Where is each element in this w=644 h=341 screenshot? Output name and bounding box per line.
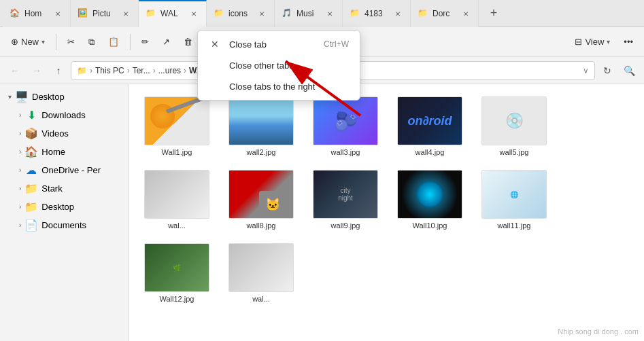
desktop2-folder-icon: 📁	[25, 200, 37, 213]
file-thumb-wall8: 🐱	[228, 170, 294, 219]
sidebar-label-videos: Videos	[41, 128, 69, 139]
sidebar-item-downloads[interactable]: › ⬇ Downloads	[3, 106, 126, 124]
file-item-wall13[interactable]: wal...	[220, 238, 302, 308]
tab-pictures-close[interactable]: ✕	[120, 8, 131, 19]
file-thumb-wall11: 🌐	[481, 170, 547, 219]
expand-arrow-onedrive: ›	[19, 166, 21, 174]
close-tab-icon: ✕	[209, 39, 221, 50]
add-tab-button[interactable]: +	[481, 0, 506, 26]
file-item-wall4[interactable]: on∂roid wall4.jpg	[389, 91, 471, 162]
file-name-wall10: Wall10.jpg	[413, 221, 447, 230]
sidebar-item-desktop[interactable]: ▾ 🖥️ Desktop	[3, 88, 126, 105]
expand-arrow-documents: ›	[19, 221, 21, 229]
file-item-wall5[interactable]: 💿 wall5.jpg	[473, 91, 555, 162]
share-icon: ↗	[163, 37, 170, 47]
delete-button[interactable]: 🗑	[178, 34, 198, 50]
file-name-wall6: wal...	[168, 221, 186, 230]
rename-button[interactable]: ✏	[136, 34, 154, 50]
file-item-wall6[interactable]: wal...	[136, 164, 218, 235]
close-tab-shortcut: Ctrl+W	[324, 39, 349, 49]
tab-home-close[interactable]: ✕	[52, 8, 63, 19]
sidebar-label-onedrive: OneDrive - Per	[41, 165, 101, 175]
file-item-wall8[interactable]: 🐱 wall8.jpg	[220, 164, 302, 235]
context-menu-item-close-right[interactable]: Close tabs to the right	[198, 76, 360, 97]
file-item-wall3[interactable]: 🫐 wall3.jpg	[305, 91, 386, 162]
tab-dorc-label: Dorc	[433, 9, 456, 18]
expand-arrow-desktop2: ›	[19, 203, 21, 211]
tab-4183[interactable]: 📁 4183 ✕	[343, 0, 411, 27]
file-thumb-wall4: on∂roid	[397, 96, 462, 145]
context-menu-item-close-other[interactable]: Close other tabs	[198, 55, 360, 76]
share-button[interactable]: ↗	[157, 34, 175, 50]
cut-button[interactable]: ✂	[62, 34, 80, 50]
search-button[interactable]: 🔍	[620, 61, 639, 80]
breadcrumb-dropdown-chevron[interactable]: ∨	[583, 66, 589, 75]
sidebar-item-desktop2[interactable]: › 📁 Desktop	[3, 198, 126, 215]
breadcrumb-ures: ...ures	[158, 66, 181, 75]
context-menu: ✕ Close tab Ctrl+W Close other tabs Clos…	[197, 30, 360, 101]
file-item-wall11[interactable]: 🌐 wall11.jpg	[473, 164, 555, 235]
tab-pictures[interactable]: 🖼️ Pictu ✕	[71, 0, 139, 27]
sidebar-item-videos[interactable]: › 📦 Videos	[3, 124, 126, 142]
toolbar-separator-2	[130, 34, 131, 50]
rename-icon: ✏	[141, 37, 149, 47]
sidebar-label-desktop2: Desktop	[41, 202, 74, 212]
breadcrumb-folder-icon: 📁	[77, 66, 87, 75]
sidebar-item-stark[interactable]: › 📁 Stark	[3, 179, 126, 197]
expand-arrow-home: ›	[19, 148, 21, 156]
close-tab-label: Close tab	[229, 39, 267, 50]
tab-wallpaper-close[interactable]: ✕	[188, 8, 199, 19]
tab-home-label: Hom	[24, 9, 48, 18]
refresh-button[interactable]: ↻	[598, 61, 617, 80]
expand-arrow-stark: ›	[19, 185, 21, 192]
tab-home-icon: 🏠	[10, 8, 20, 19]
tab-icons-close[interactable]: ✕	[256, 8, 267, 19]
expand-arrow-desktop: ▾	[8, 93, 12, 101]
file-item-wall9[interactable]: citynight wall9.jpg	[305, 164, 386, 235]
tab-4183-label: 4183	[365, 9, 388, 18]
tab-music[interactable]: 🎵 Musi ✕	[275, 0, 343, 27]
tab-home[interactable]: 🏠 Hom ✕	[3, 0, 71, 27]
sidebar-label-downloads: Downloads	[41, 110, 85, 120]
file-name-wall3: wall3.jpg	[331, 148, 360, 156]
tab-icons[interactable]: 📁 icons ✕	[207, 0, 275, 27]
tab-wallpaper[interactable]: 📁 WAL ✕	[139, 0, 207, 27]
sidebar-item-home[interactable]: › 🏠 Home	[3, 143, 126, 160]
view-button[interactable]: ⊟ View ▾	[569, 34, 615, 50]
tab-4183-close[interactable]: ✕	[392, 8, 403, 19]
sidebar-item-documents[interactable]: › 📄 Documents	[3, 216, 126, 234]
tab-dorc[interactable]: 📁 Dorc ✕	[411, 0, 479, 27]
toolbar-right: ⊟ View ▾ •••	[569, 34, 639, 50]
copy-icon: ⧉	[88, 37, 95, 48]
sidebar-label-home: Home	[41, 147, 65, 157]
tab-music-close[interactable]: ✕	[324, 8, 335, 19]
up-button[interactable]: ↑	[49, 61, 68, 80]
sidebar-item-onedrive[interactable]: › ☁ OneDrive - Per	[3, 161, 126, 179]
file-item-wall2[interactable]: wall2.jpg	[220, 91, 302, 162]
stark-folder-icon: 📁	[25, 182, 37, 194]
breadcrumb-chevron-2: ›	[127, 66, 130, 75]
copy-button[interactable]: ⧉	[83, 34, 100, 50]
new-label: New	[21, 37, 39, 47]
new-chevron: ▾	[41, 38, 45, 46]
file-name-wall5: wall5.jpg	[500, 148, 529, 156]
file-name-wall4: wall4.jpg	[416, 148, 445, 156]
forward-button[interactable]: →	[27, 61, 46, 80]
tab-pictures-label: Pictu	[92, 9, 116, 18]
file-item-wall1[interactable]: Wall1.jpg	[136, 91, 218, 162]
file-item-wall12[interactable]: 🌿 Wall12.jpg	[136, 238, 218, 308]
paste-button[interactable]: 📋	[103, 34, 124, 50]
file-thumb-wall1	[144, 96, 209, 145]
more-button[interactable]: •••	[618, 34, 639, 50]
tab-dorc-close[interactable]: ✕	[460, 8, 471, 19]
new-button[interactable]: ⊕ New ▾	[5, 34, 50, 50]
home-icon: 🏠	[25, 145, 37, 158]
tab-wallpaper-icon: 📁	[146, 8, 156, 19]
back-button[interactable]: ←	[5, 61, 24, 80]
sidebar-label-documents: Documents	[41, 220, 86, 230]
context-menu-item-close-tab[interactable]: ✕ Close tab Ctrl+W	[198, 33, 360, 55]
file-item-wall10[interactable]: Wall10.jpg	[389, 164, 471, 235]
watermark: Nhip song di dong . com	[558, 327, 639, 336]
sidebar-label-stark: Stark	[41, 183, 62, 194]
main-area: ▾ 🖥️ Desktop › ⬇ Downloads › 📦 Videos › …	[0, 84, 644, 341]
